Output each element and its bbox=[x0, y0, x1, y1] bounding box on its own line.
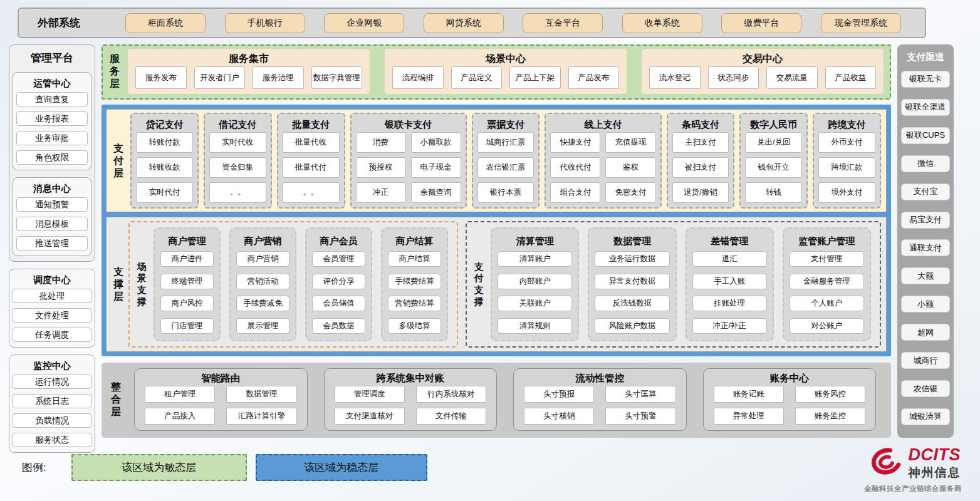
payment-item-button[interactable]: 转账收款 bbox=[136, 157, 193, 178]
service-item-button[interactable]: 产品定义 bbox=[451, 66, 503, 89]
management-item-button[interactable]: 通知预警 bbox=[16, 197, 88, 212]
payment-item-button[interactable]: 批量代付 bbox=[283, 157, 340, 178]
support-item-button[interactable]: 个人账户 bbox=[790, 296, 864, 311]
payment-item-button[interactable]: 实时代收 bbox=[209, 132, 266, 153]
service-item-button[interactable]: 产品上下架 bbox=[509, 66, 561, 89]
payment-item-button[interactable]: 鉴权 bbox=[605, 157, 655, 178]
management-item-button[interactable]: 业务审批 bbox=[16, 131, 88, 145]
service-item-button[interactable]: 流程编排 bbox=[392, 66, 444, 89]
payment-channel-button[interactable]: 城银清算 bbox=[901, 408, 950, 425]
support-item-button[interactable]: 商户进件 bbox=[160, 251, 214, 267]
external-system-button[interactable]: 企业网银 bbox=[324, 13, 404, 33]
payment-item-button[interactable]: 。。 bbox=[283, 182, 340, 203]
support-item-button[interactable]: 门店管理 bbox=[160, 318, 214, 334]
management-item-button[interactable]: 批处理 bbox=[13, 289, 91, 303]
payment-channel-button[interactable]: 银联CUPS bbox=[901, 127, 950, 144]
management-item-button[interactable]: 负载情况 bbox=[13, 413, 91, 428]
support-item-button[interactable]: 会员储值 bbox=[312, 296, 365, 311]
support-item-button[interactable]: 评价分享 bbox=[312, 274, 365, 289]
payment-item-button[interactable]: 境外支付 bbox=[818, 182, 875, 203]
integration-item-button[interactable]: 头寸匡算 bbox=[605, 386, 675, 403]
payment-channel-button[interactable]: 易宝支付 bbox=[901, 212, 950, 229]
payment-item-button[interactable]: 消费 bbox=[356, 132, 406, 153]
integration-item-button[interactable]: 支付渠道核对 bbox=[335, 408, 405, 425]
integration-item-button[interactable]: 产品接入 bbox=[145, 408, 215, 425]
payment-item-button[interactable]: 充值提现 bbox=[605, 132, 655, 153]
external-system-button[interactable]: 柜面系统 bbox=[125, 13, 206, 33]
payment-item-button[interactable]: 城商行汇票 bbox=[477, 132, 534, 153]
support-item-button[interactable]: 支付管理 bbox=[790, 251, 864, 267]
management-item-button[interactable]: 查询查复 bbox=[16, 92, 88, 106]
service-item-button[interactable]: 开发者门户 bbox=[194, 66, 246, 89]
support-item-button[interactable]: 营销活动 bbox=[236, 274, 289, 289]
support-item-button[interactable]: 多级结算 bbox=[388, 318, 441, 334]
support-item-button[interactable]: 商户结算 bbox=[388, 251, 441, 267]
payment-channel-button[interactable]: 超网 bbox=[901, 324, 950, 341]
external-system-button[interactable]: 手机银行 bbox=[225, 13, 305, 33]
support-item-button[interactable]: 异常支付数据 bbox=[595, 274, 669, 289]
payment-channel-button[interactable]: 支付宝 bbox=[901, 183, 950, 200]
management-item-button[interactable]: 业务报表 bbox=[16, 111, 88, 126]
support-item-button[interactable]: 挂账处理 bbox=[692, 296, 767, 311]
support-item-button[interactable]: 会员数据 bbox=[312, 318, 365, 334]
integration-item-button[interactable]: 管理调度 bbox=[335, 386, 405, 403]
support-item-button[interactable]: 风险账户数据 bbox=[595, 318, 669, 334]
external-system-button[interactable]: 网贷系统 bbox=[424, 13, 504, 33]
service-item-button[interactable]: 产品发布 bbox=[568, 66, 620, 89]
support-item-button[interactable]: 业务运行数据 bbox=[595, 251, 669, 267]
management-item-button[interactable]: 服务状态 bbox=[13, 433, 91, 447]
payment-item-button[interactable]: 钱包开立 bbox=[745, 157, 802, 178]
support-item-button[interactable]: 营销费结算 bbox=[388, 296, 441, 311]
support-item-button[interactable]: 会员管理 bbox=[312, 251, 365, 267]
support-item-button[interactable]: 关联账户 bbox=[498, 296, 572, 311]
payment-item-button[interactable]: 。。 bbox=[209, 182, 266, 203]
external-system-button[interactable]: 收单系统 bbox=[622, 13, 702, 33]
integration-item-button[interactable]: 异常处理 bbox=[714, 408, 784, 425]
payment-item-button[interactable]: 代收代付 bbox=[550, 157, 600, 178]
support-item-button[interactable]: 冲正/补正 bbox=[692, 318, 767, 334]
integration-item-button[interactable]: 文件传输 bbox=[416, 408, 486, 425]
integration-item-button[interactable]: 汇路计算引擎 bbox=[226, 408, 296, 425]
service-item-button[interactable]: 产品收益 bbox=[825, 66, 877, 89]
payment-item-button[interactable]: 小额取款 bbox=[411, 132, 461, 153]
payment-item-button[interactable]: 资金归集 bbox=[209, 157, 266, 178]
payment-channel-button[interactable]: 微信 bbox=[901, 155, 950, 172]
support-item-button[interactable]: 手工入账 bbox=[692, 274, 767, 289]
payment-item-button[interactable]: 实时代付 bbox=[136, 182, 193, 203]
integration-item-button[interactable]: 头寸预警 bbox=[605, 408, 675, 425]
management-item-button[interactable]: 消息模板 bbox=[16, 217, 88, 231]
payment-channel-button[interactable]: 城商行 bbox=[901, 352, 950, 369]
integration-item-button[interactable]: 账务风控 bbox=[795, 386, 865, 403]
payment-item-button[interactable]: 余额查询 bbox=[411, 182, 461, 203]
service-item-button[interactable]: 数据字典管理 bbox=[311, 66, 363, 89]
payment-item-button[interactable]: 跨境汇款 bbox=[818, 157, 875, 178]
support-item-button[interactable]: 展示管理 bbox=[236, 318, 289, 334]
management-item-button[interactable]: 系统日志 bbox=[13, 394, 91, 408]
payment-item-button[interactable]: 主扫支付 bbox=[672, 132, 729, 153]
payment-item-button[interactable]: 银行本票 bbox=[477, 182, 534, 203]
service-item-button[interactable]: 服务发布 bbox=[135, 66, 187, 89]
support-item-button[interactable]: 商户风控 bbox=[160, 296, 214, 311]
external-system-button[interactable]: 缴费平台 bbox=[721, 13, 801, 33]
payment-channel-button[interactable]: 小额 bbox=[901, 296, 950, 312]
support-item-button[interactable]: 终端管理 bbox=[160, 274, 214, 289]
payment-item-button[interactable]: 农信银汇票 bbox=[477, 157, 534, 178]
external-system-button[interactable]: 互金平台 bbox=[523, 13, 603, 33]
payment-item-button[interactable]: 外币支付 bbox=[818, 132, 875, 153]
payment-item-button[interactable]: 预授权 bbox=[356, 157, 406, 178]
payment-item-button[interactable]: 转账付款 bbox=[136, 132, 193, 153]
service-item-button[interactable]: 流水登记 bbox=[649, 66, 701, 89]
integration-item-button[interactable]: 行内系统核对 bbox=[416, 386, 486, 403]
payment-item-button[interactable]: 快捷支付 bbox=[550, 132, 600, 153]
payment-item-button[interactable]: 组合支付 bbox=[550, 182, 600, 203]
payment-item-button[interactable]: 电子现金 bbox=[411, 157, 461, 178]
support-item-button[interactable]: 退汇 bbox=[692, 251, 767, 267]
payment-channel-button[interactable]: 大额 bbox=[901, 267, 950, 284]
management-item-button[interactable]: 文件处理 bbox=[13, 308, 91, 323]
service-item-button[interactable]: 服务治理 bbox=[253, 66, 304, 89]
external-system-button[interactable]: 现金管理系统 bbox=[821, 13, 901, 33]
payment-item-button[interactable]: 冲正 bbox=[356, 182, 406, 203]
management-item-button[interactable]: 角色权限 bbox=[16, 150, 88, 165]
integration-item-button[interactable]: 头寸核销 bbox=[524, 408, 594, 425]
support-item-button[interactable]: 金融服务管理 bbox=[790, 274, 864, 289]
